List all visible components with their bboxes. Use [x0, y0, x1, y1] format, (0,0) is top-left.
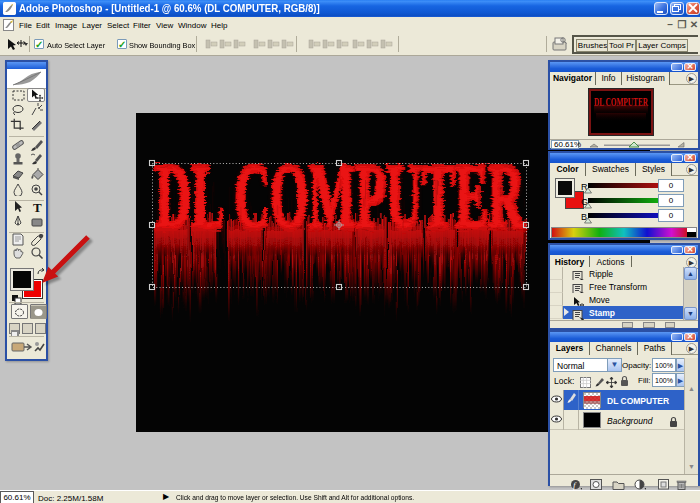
svg-text:T: T	[33, 200, 42, 214]
